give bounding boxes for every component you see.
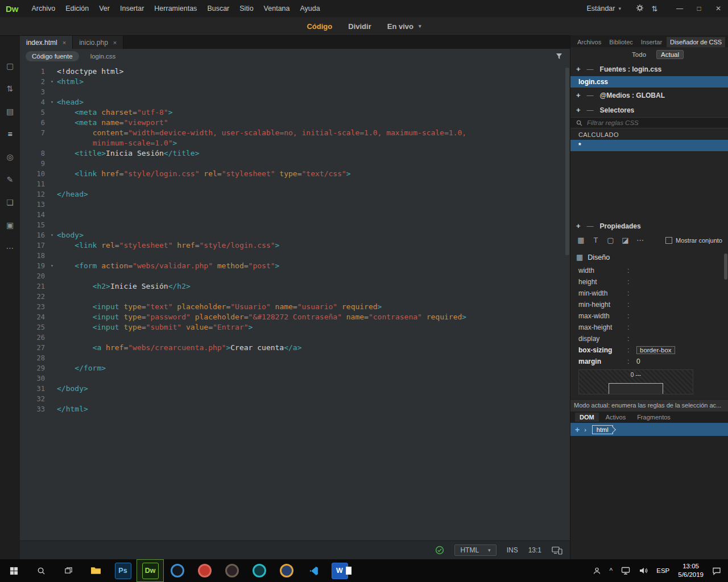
dreamweaver-icon[interactable]: Dw — [136, 559, 164, 582]
add-selector-button[interactable]: + — [576, 106, 581, 114]
menu-archivo[interactable]: Archivo — [27, 0, 61, 17]
related-file-código-fuente[interactable]: Código fuente — [26, 51, 79, 61]
panel-tab-dom[interactable]: DOM — [575, 413, 599, 422]
editor-scrollbar[interactable] — [565, 68, 569, 255]
fold-arrow-icon[interactable]: ▾ — [47, 230, 57, 240]
menu-ver[interactable]: Ver — [94, 0, 115, 17]
file-explorer-icon[interactable] — [82, 559, 109, 582]
dom-add-button[interactable]: + — [575, 425, 580, 434]
settings-gear-icon[interactable] — [632, 4, 647, 14]
related-file-login.css[interactable]: login.css — [90, 53, 116, 60]
remove-selector-button[interactable]: — — [587, 106, 594, 114]
restore-button[interactable]: □ — [689, 0, 709, 17]
close-button[interactable]: ✕ — [709, 0, 728, 17]
menu-buscar[interactable]: Buscar — [202, 0, 234, 17]
filter-icon[interactable] — [556, 53, 562, 60]
tab-close-icon[interactable]: × — [63, 39, 66, 46]
panel-tab-bibliotec[interactable]: Bibliotec — [606, 37, 636, 47]
background-props-icon[interactable]: ◪ — [621, 236, 630, 244]
task-view-button[interactable] — [55, 559, 82, 582]
vscode-icon[interactable] — [300, 559, 328, 582]
volume-icon[interactable] — [639, 567, 648, 575]
panel-tab-insertar[interactable]: Insertar — [638, 37, 665, 47]
format-source-icon[interactable]: ≡ — [3, 128, 17, 140]
more-tools-icon[interactable]: ⋯ — [3, 242, 17, 254]
target-icon[interactable]: ◎ — [3, 151, 17, 163]
fold-arrow-icon[interactable]: ▾ — [47, 97, 57, 107]
scope-current-button[interactable]: Actual — [656, 50, 684, 59]
dom-expand-icon[interactable]: › — [584, 426, 586, 433]
dom-node-html[interactable]: html — [592, 425, 613, 434]
css-filter-input[interactable]: Filtrar reglas CSS — [570, 117, 728, 128]
show-set-toggle[interactable]: Mostrar conjunto — [665, 237, 722, 244]
app-icon-dark[interactable] — [218, 559, 246, 582]
app-icon-red[interactable] — [191, 559, 218, 582]
minimize-button[interactable]: — — [670, 0, 689, 17]
panel-scrollbar[interactable] — [724, 253, 727, 280]
validate-icon[interactable]: ▤ — [3, 105, 17, 118]
taskbar-search-button[interactable] — [27, 559, 55, 582]
people-icon[interactable] — [593, 567, 601, 575]
border-props-icon[interactable]: ▢ — [606, 236, 615, 244]
live-view-button[interactable]: En vivo ▾ — [387, 22, 421, 31]
fold-arrow-icon[interactable]: ▾ — [47, 77, 57, 87]
app-icon-shield[interactable] — [273, 559, 300, 582]
margin-diagram[interactable]: 0 --- — [578, 369, 693, 394]
open-file-icon[interactable]: ▢ — [3, 60, 17, 72]
layout-props-icon: ▦ — [576, 253, 583, 261]
fold-arrow-icon[interactable]: ▾ — [47, 261, 57, 271]
app-icon-teal[interactable] — [246, 559, 273, 582]
panel-tab-diseñador-de-css[interactable]: Diseñador de CSS — [667, 37, 725, 47]
add-property-button[interactable]: + — [576, 222, 581, 230]
source-item-selected[interactable]: login.css — [570, 76, 728, 88]
code-token: type= — [275, 169, 302, 178]
remove-property-button[interactable]: — — [587, 222, 594, 230]
menu-herramientas[interactable]: Herramientas — [149, 0, 202, 17]
prop-value[interactable]: 0 — [636, 357, 640, 365]
scope-all-button[interactable]: Todo — [627, 50, 651, 59]
language-indicator[interactable]: ESP — [656, 567, 669, 574]
file-sync-icon[interactable]: ⇅ — [3, 82, 17, 95]
language-select[interactable]: HTML ▾ — [454, 544, 496, 556]
tab-close-icon[interactable]: × — [113, 39, 117, 46]
word-icon[interactable]: W — [328, 559, 355, 582]
layout-props-icon[interactable]: ▦ — [576, 236, 586, 244]
tab-inicio.php[interactable]: inicio.php× — [73, 36, 123, 49]
panel-tab-archivos[interactable]: Archivos — [574, 37, 605, 47]
browser-icon[interactable] — [164, 559, 191, 582]
start-button[interactable] — [0, 559, 27, 582]
snippets-icon[interactable]: ▣ — [3, 219, 17, 231]
selector-item-selected[interactable]: * — [570, 140, 728, 151]
more-props-icon[interactable]: ⋯ — [635, 236, 645, 244]
dom-tree-row[interactable]: + › html — [570, 423, 728, 436]
text-props-icon[interactable]: T — [591, 236, 601, 244]
remove-media-button[interactable]: — — [587, 92, 594, 99]
edit-icon[interactable]: ✎ — [3, 173, 17, 186]
panel-tab-fragmentos[interactable]: Fragmentos — [632, 413, 675, 422]
notification-icon[interactable] — [712, 567, 721, 575]
comment-icon[interactable]: ❏ — [3, 196, 17, 209]
sync-icon[interactable]: ⇅ — [647, 5, 662, 13]
add-media-button[interactable]: + — [576, 91, 581, 99]
tab-index.html[interactable]: index.html× — [20, 36, 73, 49]
prop-value[interactable]: border-box — [636, 346, 675, 354]
menu-ventana[interactable]: Ventana — [259, 0, 295, 17]
add-source-button[interactable]: + — [576, 65, 581, 73]
split-view-button[interactable]: Dividir — [348, 22, 371, 31]
menu-ayuda[interactable]: Ayuda — [295, 0, 325, 17]
menu-edición[interactable]: Edición — [60, 0, 94, 17]
photoshop-icon[interactable]: Ps — [109, 559, 136, 582]
remove-source-button[interactable]: — — [587, 65, 594, 73]
menu-sitio[interactable]: Sitio — [234, 0, 258, 17]
code-line: 33</html> — [20, 404, 570, 414]
tray-expand-icon[interactable]: ^ — [610, 567, 613, 575]
menu-insertar[interactable]: Insertar — [115, 0, 149, 17]
panel-tab-activos[interactable]: Activos — [601, 413, 630, 422]
workspace-switcher[interactable]: Estándar ▾ — [586, 5, 621, 13]
clock[interactable]: 13:05 5/6/2019 — [678, 562, 704, 579]
code-editor[interactable]: 1<!doctype html>2▾<html>34▾<head>5 <meta… — [20, 63, 570, 541]
code-view-button[interactable]: Código — [307, 22, 332, 31]
device-preview-icon[interactable] — [552, 546, 562, 555]
show-set-checkbox[interactable] — [665, 237, 672, 244]
network-icon[interactable] — [621, 567, 630, 575]
